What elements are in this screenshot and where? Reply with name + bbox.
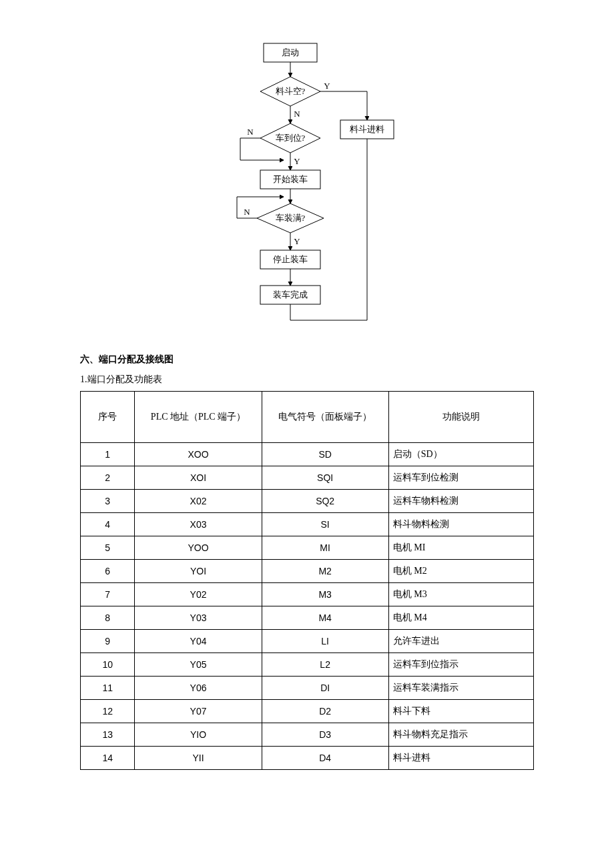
cell-desc: 运料车到位检测 [388,466,533,490]
flow-d2-y: Y [294,156,300,166]
cell-seq: 2 [81,466,135,490]
cell-seq: 5 [81,536,135,560]
cell-desc: 料斗物料检测 [388,513,533,536]
table-row: 5YOOMI电机 MI [81,536,534,560]
flow-d1: 料斗空? [276,86,306,96]
cell-seq: 11 [81,677,135,700]
cell-elec: L2 [262,653,388,677]
flow-start: 启动 [282,47,299,57]
cell-elec: M2 [262,560,388,583]
flow-feed: 料斗进料 [350,124,384,134]
table-row: 7Y02M3电机 M3 [81,583,534,606]
cell-seq: 7 [81,583,135,606]
table-row: 2XOISQI运料车到位检测 [81,466,534,490]
cell-desc: 电机 M2 [388,560,533,583]
cell-elec: D4 [262,747,388,770]
th-elec: 电气符号（面板端子） [262,392,388,443]
cell-plc: Y03 [135,606,262,630]
cell-elec: SI [262,513,388,536]
cell-desc: 料斗进料 [388,747,533,770]
flow-d3-y: Y [294,236,300,246]
flow-d2: 车到位? [276,133,306,143]
cell-plc: XOI [135,466,262,490]
table-row: 3X02SQ2运料车物料检测 [81,490,534,513]
flow-d1-n: N [294,109,300,119]
flow-d2-n: N [247,127,254,137]
table-row: 11Y06DI运料车装满指示 [81,677,534,700]
cell-plc: YOI [135,560,262,583]
cell-elec: SD [262,443,388,466]
flow-d3: 车装满? [276,213,306,223]
cell-elec: DI [262,677,388,700]
cell-elec: SQI [262,466,388,490]
cell-elec: M3 [262,583,388,606]
cell-plc: YOO [135,536,262,560]
cell-plc: Y07 [135,700,262,723]
table-row: 13YIOD3料斗物料充足指示 [81,723,534,747]
cell-seq: 6 [81,560,135,583]
cell-desc: 启动（SD） [388,443,533,466]
cell-plc: YII [135,747,262,770]
flowchart: 启动 料斗空? Y N 料斗进料 车到位? N Y 开始装车 车装满? N Y … [187,40,427,327]
cell-elec: LI [262,630,388,653]
cell-plc: X02 [135,490,262,513]
port-table: 序号 PLC 地址（PLC 端子） 电气符号（面板端子） 功能说明 1XOOSD… [80,391,534,770]
cell-elec: D2 [262,700,388,723]
cell-seq: 9 [81,630,135,653]
flow-d3-n: N [244,207,250,217]
cell-desc: 运料车装满指示 [388,677,533,700]
table-row: 12Y07D2料斗下料 [81,700,534,723]
th-plc: PLC 地址（PLC 端子） [135,392,262,443]
cell-desc: 料斗下料 [388,700,533,723]
cell-seq: 1 [81,443,135,466]
cell-plc: XOO [135,443,262,466]
table-row: 9Y04LI允许车进出 [81,630,534,653]
cell-elec: D3 [262,723,388,747]
cell-desc: 电机 MI [388,536,533,560]
table-row: 6YOIM2电机 M2 [81,560,534,583]
cell-seq: 3 [81,490,135,513]
flow-done: 装车完成 [273,290,308,300]
table-row: 4X03SI料斗物料检测 [81,513,534,536]
table-header-row: 序号 PLC 地址（PLC 端子） 电气符号（面板端子） 功能说明 [81,392,534,443]
cell-plc: Y04 [135,630,262,653]
th-desc: 功能说明 [388,392,533,443]
cell-seq: 10 [81,653,135,677]
cell-desc: 电机 M3 [388,583,533,606]
flow-d1-y: Y [324,81,330,91]
cell-desc: 电机 M4 [388,606,533,630]
cell-desc: 料斗物料充足指示 [388,723,533,747]
table-row: 14YIID4料斗进料 [81,747,534,770]
cell-seq: 4 [81,513,135,536]
table-row: 10Y05L2运料车到位指示 [81,653,534,677]
cell-seq: 12 [81,700,135,723]
section-heading: 六、端口分配及接线图 [80,354,534,366]
cell-desc: 运料车物料检测 [388,490,533,513]
cell-plc: YIO [135,723,262,747]
th-seq: 序号 [81,392,135,443]
flow-stop: 停止装车 [273,254,308,264]
cell-plc: Y05 [135,653,262,677]
cell-plc: X03 [135,513,262,536]
cell-elec: SQ2 [262,490,388,513]
flow-load: 开始装车 [273,174,308,184]
cell-elec: M4 [262,606,388,630]
cell-seq: 8 [81,606,135,630]
table-row: 1XOOSD启动（SD） [81,443,534,466]
cell-plc: Y02 [135,583,262,606]
cell-desc: 允许车进出 [388,630,533,653]
cell-desc: 运料车到位指示 [388,653,533,677]
table-row: 8Y03M4电机 M4 [81,606,534,630]
subsection-label: 1.端口分配及功能表 [80,374,534,386]
cell-seq: 13 [81,723,135,747]
cell-plc: Y06 [135,677,262,700]
cell-elec: MI [262,536,388,560]
cell-seq: 14 [81,747,135,770]
